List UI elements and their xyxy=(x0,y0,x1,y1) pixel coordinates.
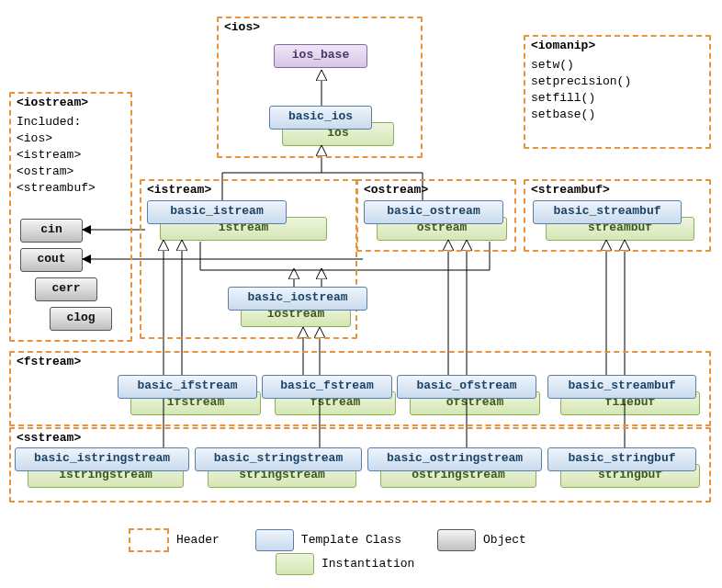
class-ios-base: ios_base xyxy=(274,44,367,68)
iostream-inc-2: <istream> xyxy=(17,147,81,164)
header-iomanip-label: <iomanip> xyxy=(531,39,595,52)
legend-inst-label: Instantiation xyxy=(322,557,414,571)
legend-obj-icon xyxy=(437,529,476,551)
legend-header-icon xyxy=(129,528,169,552)
class-basic-fstream: basic_fstream xyxy=(262,375,392,399)
header-streambuf-label: <streambuf> xyxy=(531,183,610,197)
class-basic-streambuf: basic_streambuf xyxy=(533,200,682,224)
legend-obj-label: Object xyxy=(483,533,526,547)
class-basic-stringstream: basic_stringstream xyxy=(195,447,362,471)
iomanip-fn-3: setbase() xyxy=(531,107,595,123)
class-basic-istringstream: basic_istringstream xyxy=(15,447,189,471)
header-ostream-label: <ostream> xyxy=(364,183,428,197)
class-basic-ostream: basic_ostream xyxy=(364,200,503,224)
class-basic-iostream: basic_iostream xyxy=(228,287,367,311)
class-basic-ifstream: basic_ifstream xyxy=(118,375,257,399)
header-iomanip: <iomanip> setw() setprecision() setfill(… xyxy=(524,35,711,149)
iostream-inc-1: <ios> xyxy=(17,130,52,147)
header-ios-label: <ios> xyxy=(224,20,260,34)
class-basic-ostringstream: basic_ostringstream xyxy=(367,447,542,471)
class-basic-stringbuf: basic_stringbuf xyxy=(547,447,696,471)
iostream-inc-3: <ostram> xyxy=(17,164,73,180)
header-fstream-label: <fstream> xyxy=(17,355,81,368)
header-sstream-label: <sstream> xyxy=(17,431,81,445)
iomanip-fn-0: setw() xyxy=(531,57,574,74)
legend-inst-icon xyxy=(276,553,314,575)
class-basic-ofstream: basic_ofstream xyxy=(397,375,536,399)
object-clog: clog xyxy=(50,307,112,331)
header-istream-label: <istream> xyxy=(147,183,211,197)
class-basic-filebuf: basic_streambuf xyxy=(547,375,696,399)
legend-tpl-icon xyxy=(255,529,294,551)
header-ios: <ios> xyxy=(217,17,423,158)
iomanip-fn-1: setprecision() xyxy=(531,74,631,90)
iomanip-fn-2: setfill() xyxy=(531,90,595,107)
header-iostream-label: <iostream> xyxy=(17,96,88,109)
object-cerr: cerr xyxy=(35,277,97,301)
header-iostream: <iostream> Included: <ios> <istream> <os… xyxy=(9,92,132,342)
object-cin: cin xyxy=(20,219,83,243)
iostream-inc-4: <streambuf> xyxy=(17,180,96,197)
legend2: Instantiation xyxy=(276,553,414,575)
legend-tpl-label: Template Class xyxy=(301,533,401,547)
class-basic-ios: basic_ios xyxy=(269,106,372,130)
legend-header-label: Header xyxy=(176,533,220,547)
class-basic-istream: basic_istream xyxy=(147,200,287,224)
object-cout: cout xyxy=(20,248,83,272)
legend: Header Template Class Object xyxy=(129,528,526,552)
iostream-inc-0: Included: xyxy=(17,114,81,130)
